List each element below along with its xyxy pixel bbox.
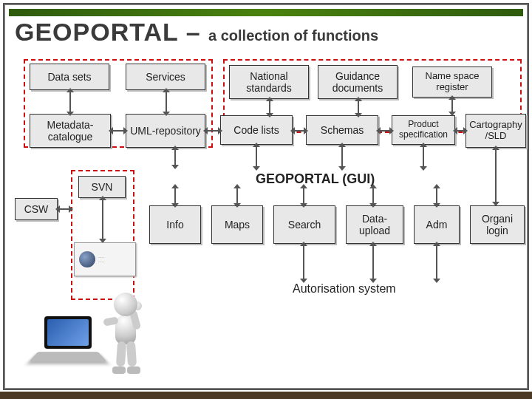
box-schemas: Schemas [306,115,378,145]
box-services: Services [126,64,205,90]
box-adm: Adm [414,205,460,244]
logo-card: ·········· [74,242,136,276]
arrow-h-schemas-product [380,130,390,132]
box-csw: CSW [15,198,58,220]
box-maps: Maps [211,205,263,244]
box-cartography-sld: Cartography /SLD [466,114,526,148]
arrow-v-natstd-codelists [269,100,270,114]
slide-frame: GEOPORTAL – a collection of functions Da… [3,3,529,390]
person-icon [100,293,152,374]
arrow-v-title-search [303,188,304,204]
arrow-v-codelists-gui [256,146,257,167]
arrow-h-product-cartography [457,130,464,132]
arrow-v-title-info [174,188,176,204]
box-uml-repository: UML-repository [126,114,205,148]
arrow-v-uml-gui [174,149,176,166]
arrow-v-cartography-gui [495,149,497,202]
authorisation-label: Autorisation system [293,282,396,296]
arrow-h-uml-codelists [207,130,219,132]
top-color-bar [9,9,523,16]
arrow-v-title-maps [236,188,238,204]
arrow-h-csw-svn [59,208,69,210]
arrow-v-svn-logo [102,200,103,239]
arrow-v-guidance-schemas [358,100,359,114]
box-guidance-documents: Guidance documents [318,65,398,99]
box-data-upload: Data-upload [346,205,403,244]
logo-text: ·········· [98,255,104,264]
box-search: Search [273,205,335,244]
arrow-v-adm-auth [436,245,437,279]
arrow-v-title-upload [372,188,374,204]
box-national-standards: National standards [229,65,309,99]
arrow-h-metadata-uml [112,130,124,132]
arrow-v-schemas-gui [341,146,343,167]
arrow-v-title-adm [436,188,437,204]
box-metadata-catalogue: Metadata-catalogue [30,114,111,148]
arrow-v-product-gui [423,146,424,167]
box-namespace-register: Name space register [412,66,492,98]
arrow-v-namespace-product [451,99,453,112]
title-main: GEOPORTAL – [15,18,201,46]
box-data-sets: Data sets [30,64,109,90]
arrow-v-search-auth [303,245,304,279]
title-subtitle: a collection of functions [208,27,378,44]
slide-title: GEOPORTAL – a collection of functions [15,18,378,47]
laptop-icon [24,316,105,368]
globe-icon [79,251,95,267]
bottom-color-bar [0,392,532,399]
gui-section-title: GEOPORTAL (GUI) [256,171,375,187]
arrow-v-datasets-metadata [69,92,71,112]
arrow-h-codelists-schemas [294,130,304,132]
box-product-specification: Product specification [392,115,455,145]
arrow-v-services-uml [166,92,167,112]
box-svn: SVN [78,176,126,198]
box-code-lists: Code lists [220,115,293,145]
arrow-v-upload-auth [372,245,374,279]
box-organi-login: Organi login [470,205,525,244]
box-info: Info [149,205,201,244]
